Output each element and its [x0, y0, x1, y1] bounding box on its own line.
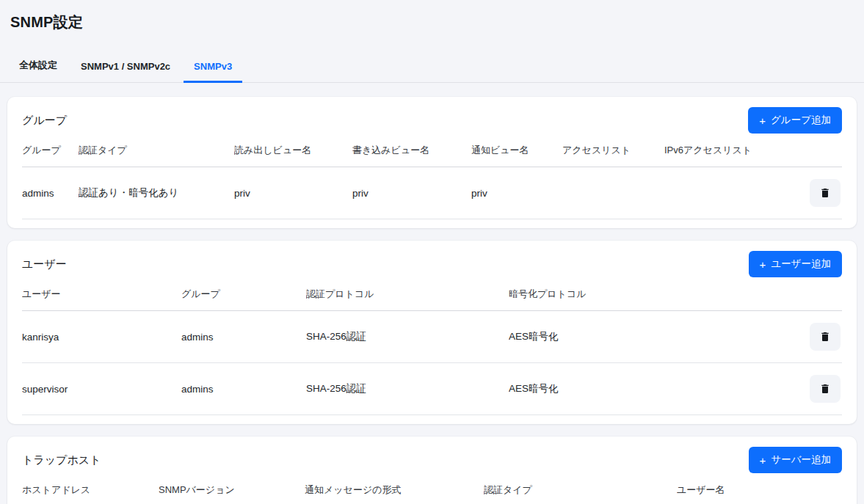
column-header: グループ — [181, 280, 306, 311]
table-row: supervisoradminsSHA-256認証AES暗号化 — [22, 363, 842, 415]
column-header: IPv6アクセスリスト — [664, 136, 804, 167]
trash-icon — [819, 187, 831, 199]
column-header: ユーザー名 — [677, 476, 804, 504]
table-header-row: ホストアドレスSNMPバージョン通知メッセージの形式認証タイプユーザー名 — [22, 476, 842, 504]
snmp-settings-page: SNMP設定 全体設定 SNMPv1 / SNMPv2c SNMPv3 グループ… — [0, 0, 864, 504]
table-cell: priv — [471, 167, 562, 219]
column-header: 認証タイプ — [79, 136, 234, 167]
column-header: ホストアドレス — [22, 476, 159, 504]
users-card: ユーザー + ユーザー追加 ユーザーグループ認証プロトコル暗号化プロトコルkan… — [7, 241, 857, 424]
users-title: ユーザー — [22, 258, 67, 271]
table-cell: AES暗号化 — [509, 363, 804, 415]
delete-row-button[interactable] — [810, 375, 841, 403]
table-cell — [562, 167, 664, 219]
add-server-label: サーバー追加 — [771, 453, 831, 467]
actions-column-header — [804, 476, 842, 504]
tab-general-settings[interactable]: 全体設定 — [9, 52, 68, 83]
table-cell: kanrisya — [22, 311, 181, 363]
table-row: kanrisyaadminsSHA-256認証AES暗号化 — [22, 311, 842, 363]
table-cell: AES暗号化 — [509, 311, 804, 363]
table-row: admins認証あり・暗号化ありprivprivpriv — [22, 167, 842, 219]
trash-icon — [819, 383, 831, 395]
column-header: 通知ビュー名 — [471, 136, 562, 167]
table-cell: SHA-256認証 — [306, 363, 509, 415]
add-group-label: グループ追加 — [771, 114, 831, 127]
tab-bar: 全体設定 SNMPv1 / SNMPv2c SNMPv3 — [0, 52, 864, 83]
row-actions-cell — [804, 311, 842, 363]
groups-title: グループ — [22, 114, 67, 128]
delete-row-button[interactable] — [810, 179, 841, 207]
column-header: 通知メッセージの形式 — [305, 476, 484, 504]
trap-hosts-table: ホストアドレスSNMPバージョン通知メッセージの形式認証タイプユーザー名192.… — [22, 476, 842, 504]
groups-table: グループ認証タイプ読み出しビュー名書き込みビュー名通知ビュー名アクセスリストIP… — [22, 136, 842, 219]
table-cell: admins — [181, 363, 306, 415]
trash-icon — [819, 331, 831, 343]
row-actions-cell — [804, 167, 842, 219]
trap-hosts-title: トラップホスト — [22, 453, 101, 467]
column-header: SNMPバージョン — [159, 476, 305, 504]
plus-icon: + — [760, 455, 766, 466]
table-cell: priv — [352, 167, 471, 219]
users-card-header: ユーザー + ユーザー追加 — [22, 251, 842, 277]
groups-card: グループ + グループ追加 グループ認証タイプ読み出しビュー名書き込みビュー名通… — [7, 97, 857, 228]
actions-column-header — [804, 136, 842, 167]
table-cell: priv — [234, 167, 352, 219]
table-cell: supervisor — [22, 363, 181, 415]
table-cell: SHA-256認証 — [306, 311, 509, 363]
table-cell — [664, 167, 804, 219]
table-header-row: ユーザーグループ認証プロトコル暗号化プロトコル — [22, 280, 842, 311]
actions-column-header — [804, 280, 842, 311]
tab-snmpv3[interactable]: SNMPv3 — [184, 54, 242, 83]
groups-card-header: グループ + グループ追加 — [22, 107, 842, 134]
add-group-button[interactable]: + グループ追加 — [748, 107, 842, 134]
trap-hosts-card: トラップホスト + サーバー追加 ホストアドレスSNMPバージョン通知メッセージ… — [7, 437, 857, 504]
column-header: グループ — [22, 136, 79, 167]
tab-snmpv1-v2c[interactable]: SNMPv1 / SNMPv2c — [70, 54, 181, 83]
delete-row-button[interactable] — [810, 323, 841, 351]
table-cell: admins — [181, 311, 306, 363]
column-header: 認証プロトコル — [306, 280, 509, 311]
table-header-row: グループ認証タイプ読み出しビュー名書き込みビュー名通知ビュー名アクセスリストIP… — [22, 136, 842, 167]
table-cell: admins — [22, 167, 79, 219]
plus-icon: + — [759, 115, 766, 126]
column-header: ユーザー — [22, 280, 181, 311]
add-server-button[interactable]: + サーバー追加 — [749, 447, 842, 473]
add-user-button[interactable]: + ユーザー追加 — [749, 251, 842, 277]
tab-content: グループ + グループ追加 グループ認証タイプ読み出しビュー名書き込みビュー名通… — [0, 83, 864, 504]
add-user-label: ユーザー追加 — [771, 258, 831, 271]
trap-hosts-card-header: トラップホスト + サーバー追加 — [22, 447, 842, 473]
table-cell: 認証あり・暗号化あり — [79, 167, 234, 219]
plus-icon: + — [760, 259, 766, 270]
users-table: ユーザーグループ認証プロトコル暗号化プロトコルkanrisyaadminsSHA… — [22, 280, 842, 415]
column-header: 書き込みビュー名 — [352, 136, 471, 167]
page-title: SNMP設定 — [0, 0, 864, 32]
column-header: 読み出しビュー名 — [234, 136, 352, 167]
column-header: 暗号化プロトコル — [509, 280, 804, 311]
column-header: 認証タイプ — [484, 476, 677, 504]
column-header: アクセスリスト — [562, 136, 664, 167]
row-actions-cell — [804, 363, 842, 415]
